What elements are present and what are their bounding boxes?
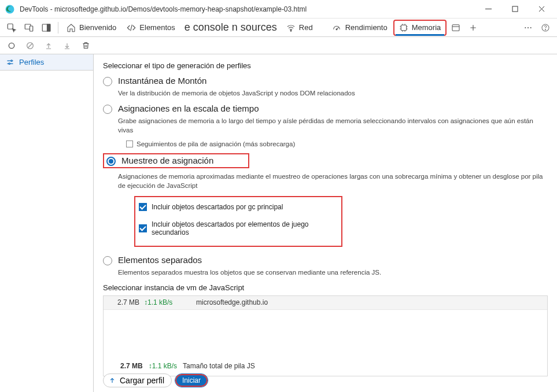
svg-point-19 xyxy=(9,63,10,65)
wifi-icon xyxy=(286,23,296,32)
option-allocation-sampling-wrap: Muestreo de asignación xyxy=(103,153,249,168)
tab-welcome[interactable]: Bienvenido xyxy=(62,21,121,35)
help-icon[interactable] xyxy=(537,20,554,36)
edge-logo-icon xyxy=(5,4,15,14)
divider xyxy=(58,22,58,34)
option-desc: Grabe asignaciones de memoria a lo largo… xyxy=(118,116,548,135)
window-minimize-button[interactable] xyxy=(475,0,501,19)
memory-icon xyxy=(399,23,408,32)
svg-point-7 xyxy=(290,30,292,31)
panel-icon[interactable] xyxy=(448,20,464,36)
add-tab-button[interactable] xyxy=(465,20,481,36)
inspect-icon[interactable] xyxy=(3,20,20,36)
vm-instance-row[interactable]: 2.7 MB ↕1.1 kB/s microsoftedge.github.io xyxy=(104,296,547,310)
tab-network[interactable]: Red xyxy=(282,21,318,35)
tab-elements[interactable]: Elementos xyxy=(122,21,179,35)
window-close-button[interactable] xyxy=(528,0,555,19)
clear-icon[interactable] xyxy=(22,38,38,54)
footer-rate: ↕1.1 kB/s xyxy=(149,362,177,370)
checkbox-checked[interactable] xyxy=(139,203,147,211)
window-titlebar: DevTools - microsoftedge.github.io/Demos… xyxy=(0,0,557,19)
tab-memory[interactable]: Memoria xyxy=(393,20,447,36)
option-allocation-timeline[interactable]: Asignaciones en la escala de tiempo xyxy=(103,103,548,114)
more-icon[interactable] xyxy=(520,20,536,36)
vm-size: 2.7 MB xyxy=(104,298,144,306)
option-title: Instantánea de Montón xyxy=(118,76,206,86)
tab-label: Rendimiento xyxy=(345,23,388,32)
radio-unchecked[interactable] xyxy=(103,256,112,265)
svg-rect-4 xyxy=(30,26,33,31)
svg-point-12 xyxy=(528,27,529,28)
profiles-sidebar: Perfiles xyxy=(0,54,94,392)
gauge-icon xyxy=(331,23,342,32)
devtools-tabbar: Bienvenido Elementos e console n sources… xyxy=(0,19,557,37)
trash-icon[interactable] xyxy=(78,38,94,54)
window-maximize-button[interactable] xyxy=(501,0,528,19)
upload-arrow-icon xyxy=(108,376,116,384)
svg-point-18 xyxy=(11,60,13,62)
code-icon xyxy=(127,23,136,32)
button-label: Cargar perfil xyxy=(120,376,164,385)
tab-performance[interactable]: Rendimiento xyxy=(327,21,392,35)
vm-instance-heading: Seleccionar instancia de vm de JavaScrip… xyxy=(103,283,548,292)
window-title: DevTools - microsoftedge.github.io/Demos… xyxy=(20,5,475,13)
device-toolbar-icon[interactable] xyxy=(21,20,37,36)
memory-panel-content: Seleccionar el tipo de generación de per… xyxy=(94,54,557,392)
sidebar-item-profiles[interactable]: Perfiles xyxy=(0,54,93,71)
dock-side-icon[interactable] xyxy=(38,20,54,36)
download-icon[interactable] xyxy=(59,38,75,54)
option-desc: Ver la distribución de memoria de objeto… xyxy=(118,88,548,98)
sliders-icon xyxy=(6,58,14,66)
tab-label: Bienvenido xyxy=(79,23,116,32)
checkbox-include-major-gc[interactable]: Incluir objetos descartados por gc princ… xyxy=(139,203,338,211)
sampling-includes-group: Incluir objetos descartados por gc princ… xyxy=(134,196,342,247)
option-allocation-timeline-stack[interactable]: Seguimientos de pila de asignación (más … xyxy=(126,140,548,147)
svg-point-13 xyxy=(530,27,532,28)
radio-checked[interactable] xyxy=(106,157,116,166)
sidebar-item-label: Perfiles xyxy=(19,58,44,66)
footer-total-label: Tamaño total de pila JS xyxy=(183,362,255,370)
footer-stats: 2.7 MB ↕1.1 kB/s Tamaño total de pila JS xyxy=(103,362,548,370)
load-profile-button[interactable]: Cargar perfil xyxy=(103,373,172,387)
option-heap-snapshot[interactable]: Instantánea de Montón xyxy=(103,76,548,86)
memory-footer: 2.7 MB ↕1.1 kB/s Tamaño total de pila JS… xyxy=(103,362,548,387)
home-icon xyxy=(67,23,76,32)
checkbox-include-minor-gc[interactable]: Incluir objetos descartados por elemento… xyxy=(139,220,338,236)
svg-rect-10 xyxy=(452,24,459,31)
option-detached-elements[interactable]: Elementos separados xyxy=(103,255,548,265)
sub-option-label: Seguimientos de pila de asignación (más … xyxy=(137,140,295,147)
checkbox-label: Incluir objetos descartados por gc princ… xyxy=(152,203,283,211)
start-button[interactable]: Iniciar xyxy=(175,374,208,387)
option-title: Elementos separados xyxy=(118,255,202,265)
option-desc: Asignaciones de memoria aproximadas medi… xyxy=(118,172,548,190)
select-profile-type-heading: Seleccionar el tipo de generación de per… xyxy=(103,61,548,70)
radio-unchecked[interactable] xyxy=(103,77,112,86)
tab-label: Red xyxy=(299,23,313,32)
option-title: Muestreo de asignación xyxy=(121,156,213,165)
memory-toolbar xyxy=(0,37,557,54)
option-allocation-sampling[interactable]: Muestreo de asignación xyxy=(103,153,249,168)
checkbox-label: Incluir objetos descartados por elemento… xyxy=(152,220,338,236)
svg-rect-6 xyxy=(47,24,50,31)
svg-point-11 xyxy=(525,27,526,28)
tab-label: Elementos xyxy=(139,23,175,32)
radio-unchecked[interactable] xyxy=(103,105,112,114)
svg-point-16 xyxy=(9,43,14,48)
checkbox-checked[interactable] xyxy=(139,224,147,232)
vm-rate: ↕1.1 kB/s xyxy=(144,298,190,306)
button-label: Iniciar xyxy=(182,376,201,384)
option-title: Asignaciones en la escala de tiempo xyxy=(118,103,259,113)
option-desc: Elementos separados muestra los objetos … xyxy=(118,268,548,277)
vm-host: microsoftedge.github.io xyxy=(190,298,268,306)
upload-icon[interactable] xyxy=(40,38,57,54)
svg-rect-9 xyxy=(401,25,406,30)
tab-label: Memoria xyxy=(412,23,441,32)
svg-point-8 xyxy=(336,28,337,29)
footer-size: 2.7 MB xyxy=(120,362,143,370)
console-sources-text: e console n sources xyxy=(181,21,281,34)
svg-point-15 xyxy=(545,29,545,29)
record-icon[interactable] xyxy=(3,38,20,54)
checkbox-unchecked[interactable] xyxy=(126,140,133,147)
svg-rect-1 xyxy=(512,6,518,12)
